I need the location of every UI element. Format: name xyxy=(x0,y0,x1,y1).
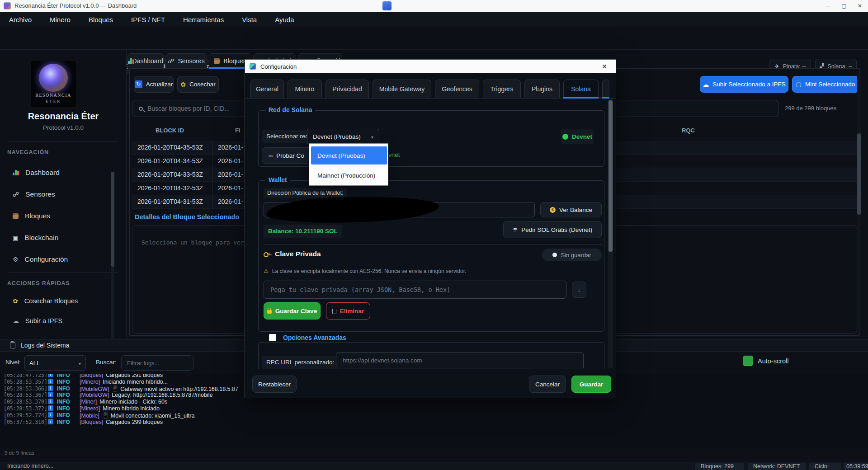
harvest-icon: ✿ xyxy=(13,298,18,304)
subir-seleccionado-button[interactable]: ☁ Subir Seleccionado a IPFS xyxy=(700,76,788,93)
log-line: [05:29:52.774]i INFO [Mobile]📱 Móvil con… xyxy=(0,412,868,419)
table-scrollbar[interactable] xyxy=(857,75,861,332)
eliminar-button[interactable]: Eliminar xyxy=(326,302,370,320)
log-filter-input[interactable] xyxy=(121,355,193,371)
details-placeholder: Selecciona un bloque para ver sus xyxy=(142,239,258,246)
guardar-button[interactable]: Guardar xyxy=(571,376,611,393)
pedir-sol-button[interactable]: ☂ Pedir SOL Gratis (Devnet) xyxy=(503,221,602,238)
active-tab-underline xyxy=(602,97,609,99)
sidebar-item-dashboard[interactable]: Dashboard xyxy=(5,163,121,183)
cloud-icon: ☁ xyxy=(13,318,19,324)
cloud-icon: ☁ xyxy=(703,81,709,88)
satellite-icon: ☍ xyxy=(168,57,174,65)
tab-overflow-sliver[interactable] xyxy=(602,80,609,98)
sidebar-app-version: Protocol v1.0.0 xyxy=(0,124,127,131)
app-icon xyxy=(4,2,11,9)
dialog-footer: Restablecer Cancelar Guardar xyxy=(245,369,616,398)
status-blocks: Bloques: 299 xyxy=(695,463,744,470)
level-select[interactable]: ALL xyxy=(24,355,86,371)
menu-minero[interactable]: Minero xyxy=(41,12,80,27)
info-icon: i xyxy=(48,379,53,384)
dialog-title: Configuración xyxy=(260,63,297,70)
tab-privacidad[interactable]: Privacidad xyxy=(326,80,369,98)
key-warning: ⚠ La clave se encripta localmente con AE… xyxy=(264,268,466,274)
tab-plugins[interactable]: Plugins xyxy=(524,80,560,98)
refresh-icon xyxy=(135,80,142,88)
box-icon xyxy=(13,213,19,219)
guardar-clave-button[interactable]: Guardar Clave xyxy=(264,302,321,320)
tab-mobile-gateway[interactable]: Mobile Gateway xyxy=(373,80,431,98)
autoscroll-checkbox[interactable] xyxy=(743,356,753,366)
col-fecha: FI xyxy=(235,127,241,134)
rpc-url-input[interactable] xyxy=(336,352,584,368)
menu-archivo[interactable]: Archivo xyxy=(0,12,41,27)
menu-herramientas[interactable]: Herramientas xyxy=(174,12,233,27)
tab-minero[interactable]: Minero xyxy=(288,80,322,98)
trash-icon xyxy=(332,309,336,314)
info-icon: i xyxy=(48,419,53,424)
restablecer-button[interactable]: Restablecer xyxy=(252,376,297,393)
private-key-input[interactable] xyxy=(264,281,566,299)
search-label: Buscar: xyxy=(96,359,117,366)
statusbar: Iniciando minero... Bloques: 299 Network… xyxy=(0,462,868,470)
sidebar-item-sensores[interactable]: ☍ Sensores xyxy=(5,184,121,204)
actualizar-button[interactable]: Actualizar xyxy=(134,76,174,93)
network-select[interactable]: Devnet (Pruebas) xyxy=(307,129,379,144)
advanced-title: Opciones Avanzadas xyxy=(280,334,349,341)
close-icon[interactable] xyxy=(852,0,868,12)
active-tab-underline xyxy=(563,97,599,99)
network-indicator: Devnet xyxy=(561,129,594,144)
menu-vista[interactable]: Vista xyxy=(233,12,266,27)
minimize-icon[interactable] xyxy=(821,0,836,12)
key-visibility-toggle[interactable]: : xyxy=(572,282,586,298)
menu-ipfs-nft[interactable]: IPFS / NFT xyxy=(122,12,174,27)
tab-solana[interactable]: Solana xyxy=(563,80,599,98)
tab-geofences[interactable]: Geofences xyxy=(435,80,479,98)
option-devnet[interactable]: Devnet (Pruebas) xyxy=(311,146,387,164)
sidebar: RESONANCIA ÉTER Resonancia Éter Protocol… xyxy=(0,50,127,339)
tab-general[interactable]: General xyxy=(250,80,284,98)
log-lines-count: 9 de 9 líneas xyxy=(5,450,34,456)
info-icon: i xyxy=(48,392,53,397)
tab-triggers[interactable]: Triggers xyxy=(483,80,521,98)
logo-orb-icon xyxy=(39,64,68,92)
taskbar-app-icon xyxy=(382,1,392,10)
blockchain-icon: ▣ xyxy=(13,235,18,241)
cancelar-button[interactable]: Cancelar xyxy=(529,376,566,393)
clipboard-icon xyxy=(10,342,15,348)
app-window: Resonancia Éter Protocol v1.0.0 — Dashbo… xyxy=(0,0,868,470)
status-dot-icon xyxy=(552,253,557,257)
status-network: Network: DEVNET xyxy=(748,463,806,470)
chevron-down-icon xyxy=(79,360,81,367)
mint-seleccionado-button[interactable]: ▢ Mint Seleccionado xyxy=(792,76,859,93)
dialog-icon xyxy=(250,63,256,70)
sidebar-item-bloques[interactable]: Bloques xyxy=(5,206,121,226)
dashboard-icon xyxy=(13,170,19,175)
quick-cosechar-bloques[interactable]: ✿ Cosechar Bloques xyxy=(5,292,121,310)
tab-sensores[interactable]: ☍ Sensores xyxy=(165,53,207,68)
autoscroll-label: Auto-scroll xyxy=(758,357,789,365)
column-separator xyxy=(212,141,213,209)
sidebar-divider xyxy=(9,141,118,142)
logs-title: Logs del Sistema xyxy=(21,342,69,349)
col-block-id: BLOCK ID xyxy=(156,127,184,134)
tab-dashboard[interactable]: Dashboard xyxy=(127,53,164,68)
devnet-dot-icon xyxy=(562,134,568,140)
status-clock: 05:39:59 xyxy=(844,463,868,470)
window-titlebar: Resonancia Éter Protocol v1.0.0 — Dashbo… xyxy=(0,0,868,12)
ver-balance-button[interactable]: $ Ver Balance xyxy=(540,202,602,217)
sidebar-item-blockchain[interactable]: ▣ Blockchain xyxy=(5,228,121,248)
sidebar-item-configuracion[interactable]: ⚙ Configuración xyxy=(5,249,121,269)
quick-subir-ipfs[interactable]: ☁ Subir a IPFS xyxy=(5,312,121,330)
menu-ayuda[interactable]: Ayuda xyxy=(266,12,303,27)
advanced-checkbox[interactable] xyxy=(269,334,276,341)
log-line: [05:28:53.372]i INFO [Minero]Minero híbr… xyxy=(0,405,868,412)
wallet-divider xyxy=(264,244,602,245)
menu-bloques[interactable]: Bloques xyxy=(80,12,122,27)
menubar: Archivo Minero Bloques IPFS / NFT Herram… xyxy=(0,12,868,27)
maximize-icon[interactable] xyxy=(836,0,852,12)
option-mainnet[interactable]: Mainnet (Producción) xyxy=(311,166,387,184)
dialog-scrollbar[interactable] xyxy=(608,99,613,368)
close-icon[interactable] xyxy=(599,61,609,71)
cosechar-bloques-button[interactable]: ✿ Cosechar xyxy=(177,76,219,93)
